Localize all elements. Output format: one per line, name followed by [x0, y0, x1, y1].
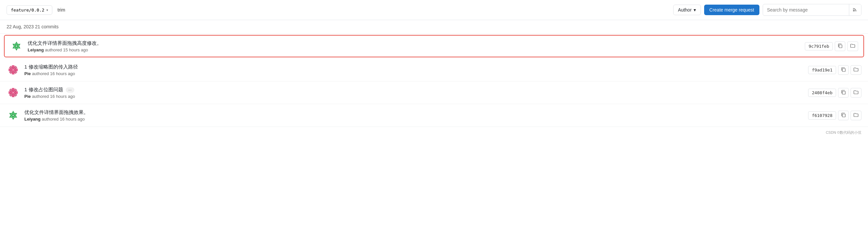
commit-row: 优化文件详情界面拖拽效果。Leiyang authored 16 hours a… — [0, 104, 868, 127]
avatar — [7, 63, 20, 77]
copy-icon — [841, 67, 846, 73]
date-header-text: 22 Aug, 2023 21 commits — [7, 24, 59, 29]
rss-icon — [852, 7, 858, 13]
copy-hash-button[interactable] — [838, 111, 848, 120]
rss-button[interactable] — [849, 4, 861, 16]
avatar — [7, 109, 20, 122]
commit-author: Pie — [24, 94, 31, 99]
folder-icon — [854, 90, 859, 95]
commit-row: 1 修改缩略图的传入路径Pie authored 16 hours agof9a… — [0, 59, 868, 81]
commit-author: Leiyang — [24, 117, 40, 121]
copy-hash-button[interactable] — [835, 41, 845, 51]
folder-icon — [854, 67, 859, 73]
commit-message[interactable]: 1 修改缩略图的传入路径 — [24, 64, 804, 70]
header-bar: feature/0.0.2 ▾ trim Author ▾ Create mer… — [0, 0, 868, 20]
commit-info: 优化文件详情界面拖拽效果。Leiyang authored 16 hours a… — [24, 109, 804, 121]
browse-files-button[interactable] — [850, 88, 861, 97]
commit-message[interactable]: 优化文件详情界面拖拽高度修改。 — [28, 40, 800, 47]
browse-files-button[interactable] — [847, 41, 858, 51]
avatar — [7, 86, 20, 99]
svg-point-27 — [12, 69, 14, 71]
commit-actions: f9ad19e1 — [808, 65, 861, 75]
author-button[interactable]: Author ▾ — [673, 5, 701, 15]
svg-rect-16 — [839, 45, 842, 48]
commit-info: 优化文件详情界面拖拽高度修改。Leiyang authored 15 hours… — [28, 40, 800, 52]
commit-info: 1 修改缩略图的传入路径Pie authored 16 hours ago — [24, 64, 804, 76]
svg-rect-56 — [842, 114, 845, 117]
commit-actions: f6107928 — [808, 111, 861, 120]
avatar — [10, 39, 23, 53]
header-right: Author ▾ Create merge request — [673, 4, 861, 16]
commit-list: 优化文件详情界面拖拽高度修改。Leiyang authored 15 hours… — [0, 35, 868, 127]
commit-message[interactable]: 优化文件详情界面拖拽效果。 — [24, 109, 804, 116]
branch-selector[interactable]: feature/0.0.2 ▾ — [7, 5, 52, 15]
create-merge-request-button[interactable]: Create merge request — [704, 5, 760, 15]
commit-hash: f9ad19e1 — [808, 66, 836, 74]
svg-point-15 — [16, 46, 18, 47]
folder-icon — [850, 44, 855, 49]
commit-meta: Pie authored 16 hours ago — [24, 71, 804, 76]
author-label: Author — [678, 7, 692, 12]
commit-hash: f6107928 — [808, 111, 836, 120]
commit-meta: Leiyang authored 16 hours ago — [24, 117, 804, 121]
commit-author: Leiyang — [28, 48, 44, 52]
commit-actions: 2408f4eb — [808, 88, 861, 97]
svg-rect-40 — [842, 91, 845, 94]
folder-icon — [854, 113, 859, 118]
path-label: trim — [58, 7, 65, 12]
copy-hash-button[interactable] — [838, 88, 848, 97]
svg-point-0 — [853, 10, 854, 11]
svg-rect-28 — [842, 68, 845, 72]
commit-row: 1 修改占位图问题···Pie authored 16 hours ago240… — [0, 81, 868, 104]
svg-point-55 — [12, 115, 14, 116]
commit-message[interactable]: 1 修改占位图问题··· — [24, 87, 804, 93]
copy-hash-button[interactable] — [838, 65, 848, 75]
chevron-down-icon: ▾ — [693, 7, 696, 12]
commit-meta: Leiyang authored 15 hours ago — [28, 48, 800, 52]
copy-icon — [838, 44, 842, 49]
browse-files-button[interactable] — [850, 65, 861, 75]
copy-icon — [841, 113, 846, 118]
commit-author: Pie — [24, 71, 31, 76]
search-box — [763, 4, 861, 16]
branch-name: feature/0.0.2 — [11, 7, 44, 12]
ellipsis-badge[interactable]: ··· — [66, 87, 74, 92]
chevron-down-icon: ▾ — [46, 8, 48, 12]
copy-icon — [841, 90, 846, 95]
footer-note: CSDN ©数代码的小弦 — [0, 127, 868, 138]
commit-hash: 9c791feb — [805, 42, 833, 50]
search-input[interactable] — [763, 5, 849, 15]
commit-row: 优化文件详情界面拖拽高度修改。Leiyang authored 15 hours… — [4, 35, 864, 57]
commit-actions: 9c791feb — [805, 41, 858, 51]
commits-date-header: 22 Aug, 2023 21 commits — [0, 20, 868, 34]
svg-point-39 — [12, 92, 14, 93]
commit-info: 1 修改占位图问题···Pie authored 16 hours ago — [24, 87, 804, 99]
commit-hash: 2408f4eb — [808, 89, 836, 97]
commit-meta: Pie authored 16 hours ago — [24, 94, 804, 99]
browse-files-button[interactable] — [850, 111, 861, 120]
